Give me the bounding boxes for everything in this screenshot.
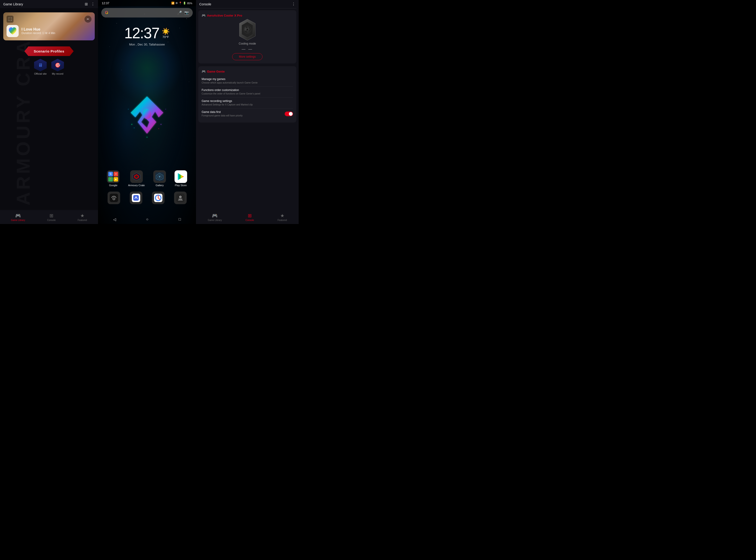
- aero-card: 🎮 AeroActive Cooler X Pro: [198, 10, 296, 63]
- misc-icon-2: [130, 192, 142, 204]
- grid-icon[interactable]: ⊞: [85, 2, 88, 6]
- game-library-nav-label: Game Library: [11, 219, 25, 221]
- my-record-button[interactable]: 🎯 My record: [51, 59, 64, 75]
- misc-app-2[interactable]: [130, 192, 142, 204]
- google-sub-maps: 📍: [108, 177, 113, 182]
- console-nav-icon: ⊞: [49, 213, 54, 218]
- left-panel: Game Library ⊞ ⋮ ARMOURY CRATE ⛶ ✏: [0, 0, 98, 224]
- more-settings-button[interactable]: More settings: [232, 53, 262, 60]
- svg-point-28: [113, 198, 115, 200]
- fullscreen-icon[interactable]: ⛶: [6, 16, 14, 23]
- game-card-top: ⛶ ✏: [6, 16, 92, 23]
- game-genie-section: 🎮 Game Genie Manage my games Choose whic…: [198, 66, 296, 122]
- svg-rect-37: [179, 199, 182, 200]
- misc-icon-4: [174, 192, 187, 204]
- official-site-icon: 🖥: [38, 62, 43, 68]
- mic-icon[interactable]: 🎤: [177, 11, 182, 15]
- misc-app-3[interactable]: [152, 192, 164, 204]
- clock-time-row: 12:37 ☀️ 70°F: [124, 24, 170, 42]
- aero-title-row: 🎮 AeroActive Cooler X Pro: [202, 14, 242, 17]
- aero-icon: 🎮: [202, 14, 205, 17]
- status-bar: 12:37 📶 ⚙ 📍 🔋 85%: [98, 0, 196, 6]
- left-nav-featured[interactable]: ★ Featured: [78, 213, 87, 221]
- right-menu-icon[interactable]: ⋮: [292, 2, 295, 6]
- misc-icon-3: [152, 192, 164, 204]
- armoury-crate-label: Armoury Crate: [128, 184, 145, 187]
- right-nav-featured[interactable]: ★ Featured: [278, 213, 287, 221]
- battery-icon: 🔋: [183, 2, 186, 5]
- top-separator: [198, 8, 296, 8]
- game-data-first-row: Game data first Foreground game data wil…: [202, 111, 293, 117]
- status-icons: 📶 ⚙ 📍 🔋 85%: [171, 2, 192, 5]
- game-genie-title-row: 🎮 Game Genie: [202, 69, 293, 73]
- right-nav-console[interactable]: ⊞ Console: [245, 213, 254, 221]
- right-game-library-icon: 🎮: [212, 213, 218, 218]
- right-console-label: Console: [245, 219, 254, 221]
- left-bottom-nav: 🎮 Game Library ⊞ Console ★ Featured: [0, 210, 98, 224]
- scenario-profiles-button[interactable]: Scenario Profiles: [24, 46, 74, 56]
- right-game-library-label: Game Library: [208, 219, 222, 221]
- right-nav-game-library[interactable]: 🎮 Game Library: [208, 213, 222, 221]
- game-data-first-desc: Foreground game data will have priority: [202, 114, 243, 117]
- game-data-first-toggle[interactable]: [285, 112, 293, 116]
- status-time: 12:37: [102, 1, 110, 5]
- gallery-app[interactable]: Gallery: [153, 170, 166, 187]
- svg-point-9: [121, 70, 122, 70]
- clock-time: 12:37: [124, 24, 159, 42]
- left-nav-console[interactable]: ⊞ Console: [47, 213, 56, 221]
- game-data-first-name: Game data first: [202, 111, 243, 114]
- gallery-label: Gallery: [156, 184, 164, 187]
- gallery-icon: [153, 170, 166, 183]
- manage-games-item[interactable]: Manage my games Choose which apps automa…: [202, 76, 293, 86]
- play-store-app[interactable]: Play Store: [175, 170, 187, 187]
- my-record-hex: 🎯: [51, 59, 64, 72]
- armoury-crate-app[interactable]: Armoury Crate: [128, 170, 145, 187]
- right-featured-icon: ★: [280, 213, 284, 218]
- svg-point-36: [180, 197, 181, 197]
- svg-point-42: [246, 28, 248, 31]
- game-recording-item[interactable]: Game recording settings Advanced Setting…: [202, 98, 293, 108]
- lens-icon[interactable]: 📷: [184, 11, 189, 15]
- watermark: ARMOURY CRATE: [14, 12, 98, 224]
- recents-button[interactable]: □: [179, 217, 181, 221]
- left-header-icons: ⊞ ⋮: [85, 2, 95, 6]
- svg-point-25: [159, 176, 161, 178]
- left-nav-game-library[interactable]: 🎮 Game Library: [11, 213, 25, 221]
- functions-order-item[interactable]: Functions order customization Customize …: [202, 86, 293, 98]
- scenario-area: Scenario Profiles 🖥 Official site 🎯 My r…: [0, 46, 98, 75]
- svg-point-6: [186, 18, 187, 19]
- right-header-title: Console: [199, 2, 211, 6]
- edit-icon[interactable]: ✏: [84, 16, 92, 23]
- battery-percent: 85%: [187, 2, 192, 5]
- nav-buttons: 🖥 Official site 🎯 My record: [34, 59, 64, 75]
- home-button[interactable]: ○: [146, 217, 148, 221]
- back-button[interactable]: ◁: [113, 217, 116, 222]
- armoury-crate-icon: [130, 170, 143, 183]
- my-record-icon: 🎯: [55, 62, 61, 68]
- misc-app-1[interactable]: [107, 192, 120, 204]
- game-text: I Love Hue Duration record: 1 Hr 4 Min: [21, 27, 55, 35]
- clock-date: Mon , Dec 30, Tallahassee: [129, 43, 165, 46]
- location-icon: 📍: [179, 2, 182, 5]
- svg-point-5: [110, 46, 110, 47]
- right-panel: Console ⋮ 🎮 AeroActive Cooler X Pro: [196, 0, 299, 224]
- cooling-mode-value: — —: [242, 47, 253, 51]
- official-site-button[interactable]: 🖥 Official site: [34, 59, 47, 75]
- sim-icon: 📶: [171, 2, 175, 5]
- google-app[interactable]: G M 📍 ▶ Google: [107, 170, 119, 187]
- featured-nav-icon: ★: [80, 213, 84, 218]
- functions-order-name: Functions order customization: [202, 88, 293, 92]
- game-data-first-text: Game data first Foreground game data wil…: [202, 111, 243, 117]
- misc-app-4[interactable]: [174, 192, 187, 204]
- my-record-label: My record: [52, 72, 63, 75]
- game-data-first-item[interactable]: Game data first Foreground game data wil…: [202, 108, 293, 119]
- google-icon: G M 📍 ▶: [107, 170, 119, 183]
- game-card-info: I Love Hue Duration record: 1 Hr 4 Min: [6, 25, 92, 37]
- right-header: Console ⋮: [196, 0, 299, 8]
- right-featured-label: Featured: [278, 219, 287, 221]
- weather-icon: ☀️: [162, 27, 170, 35]
- more-menu-icon[interactable]: ⋮: [91, 2, 95, 6]
- search-bar[interactable]: G 🎤 📷: [101, 8, 193, 18]
- svg-point-10: [189, 81, 189, 82]
- manage-games-name: Manage my games: [202, 78, 293, 81]
